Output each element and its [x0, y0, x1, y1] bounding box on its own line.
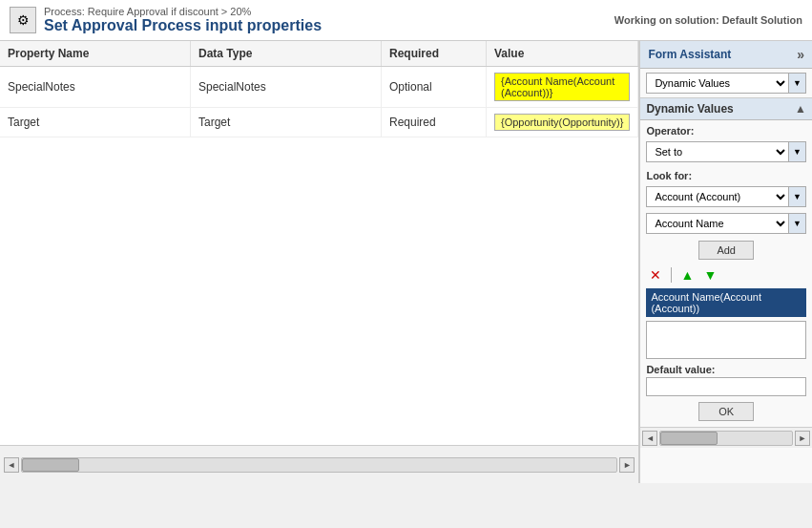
- add-button[interactable]: Add: [698, 241, 754, 260]
- selected-item[interactable]: Account Name(Account (Account)): [646, 288, 806, 317]
- right-panel-scrollbar: ◄ ►: [640, 427, 812, 448]
- top-bar: ⚙ Process: Require Approval if discount …: [0, 0, 812, 41]
- default-value-input[interactable]: [646, 377, 806, 396]
- cell-value-1[interactable]: {Account Name(Account (Account))}: [487, 67, 638, 107]
- cell-data-type-2: Target: [191, 108, 382, 137]
- scrollbar-thumb[interactable]: [22, 458, 79, 472]
- cell-required-2: Required: [382, 108, 487, 137]
- col-property-name: Property Name: [0, 41, 191, 66]
- solution-label: Working on solution: Default Solution: [614, 14, 802, 26]
- main-area: Property Name Data Type Required Value S…: [0, 41, 812, 483]
- scrollbar-track[interactable]: [21, 457, 617, 473]
- toolbar-separator: [671, 267, 672, 283]
- field-select[interactable]: Account Name: [646, 213, 789, 234]
- operator-select[interactable]: Set to: [646, 141, 789, 162]
- dv-section-label: Dynamic Values: [646, 102, 733, 116]
- right-scroll-left[interactable]: ◄: [642, 431, 657, 446]
- top-bar-left: ⚙ Process: Require Approval if discount …: [10, 6, 322, 34]
- process-subtitle: Process: Require Approval if discount > …: [44, 6, 322, 17]
- page-title: Set Approval Process input properties: [44, 17, 322, 34]
- dynamic-values-dropdown-btn[interactable]: ▼: [789, 73, 806, 94]
- items-empty-box: [646, 321, 806, 359]
- cell-property-name-2: Target: [0, 108, 191, 137]
- look-for-select[interactable]: Account (Account): [646, 186, 789, 207]
- value-chip-1[interactable]: {Account Name(Account (Account))}: [494, 73, 630, 101]
- move-up-icon-btn[interactable]: ▲: [677, 265, 697, 285]
- dynamic-values-select[interactable]: Dynamic Values: [646, 73, 789, 94]
- panel-header: Form Assistant »: [640, 41, 812, 69]
- value-chip-2[interactable]: {Opportunity(Opportunity)}: [494, 114, 630, 131]
- panel-title: Form Assistant: [648, 48, 731, 61]
- look-for-combo: Account (Account) ▼: [646, 186, 806, 207]
- field-combo: Account Name ▼: [646, 213, 806, 234]
- right-scrollbar-track[interactable]: [659, 431, 793, 446]
- dynamic-values-row: Dynamic Values ▼: [640, 69, 812, 98]
- col-value: Value: [487, 41, 638, 66]
- dv-section-header: Dynamic Values ▲: [640, 98, 812, 120]
- right-scrollbar-thumb[interactable]: [660, 432, 718, 445]
- ok-button[interactable]: OK: [698, 402, 754, 421]
- operator-combo: Set to ▼: [646, 141, 806, 162]
- look-for-dropdown-btn[interactable]: ▼: [789, 186, 806, 207]
- scroll-right-arrow[interactable]: ►: [619, 457, 635, 473]
- table-header: Property Name Data Type Required Value: [0, 41, 638, 67]
- right-scroll-right[interactable]: ►: [795, 431, 810, 446]
- cell-value-2[interactable]: {Opportunity(Opportunity)}: [487, 108, 638, 137]
- default-value-label: Default value:: [640, 361, 812, 377]
- icon-toolbar: ✕ ▲ ▼: [640, 264, 812, 286]
- cell-property-name-1: SpecialNotes: [0, 67, 191, 107]
- field-dropdown-btn[interactable]: ▼: [789, 213, 806, 234]
- cell-data-type-1: SpecialNotes: [191, 67, 382, 107]
- process-icon: ⚙: [10, 7, 36, 33]
- dv-collapse-icon[interactable]: ▲: [795, 102, 806, 116]
- col-required: Required: [382, 41, 487, 66]
- move-down-icon-btn[interactable]: ▼: [700, 265, 719, 285]
- operator-label: Operator:: [640, 125, 812, 137]
- panel-collapse-arrow[interactable]: »: [797, 47, 804, 62]
- operator-dropdown-btn[interactable]: ▼: [789, 141, 806, 162]
- scroll-left-arrow[interactable]: ◄: [4, 457, 19, 473]
- table-body: SpecialNotes SpecialNotes Optional {Acco…: [0, 67, 638, 445]
- table-row: SpecialNotes SpecialNotes Optional {Acco…: [0, 67, 638, 108]
- table-row: Target Target Required {Opportunity(Oppo…: [0, 108, 638, 137]
- col-data-type: Data Type: [191, 41, 382, 66]
- table-area: Property Name Data Type Required Value S…: [0, 41, 639, 483]
- right-panel: Form Assistant » Dynamic Values ▼ Dynami…: [639, 41, 812, 483]
- cell-required-1: Optional: [382, 67, 487, 107]
- bottom-scrollbar: ◄ ►: [0, 445, 638, 483]
- look-for-label: Look for:: [640, 170, 812, 181]
- delete-icon-btn[interactable]: ✕: [646, 265, 665, 285]
